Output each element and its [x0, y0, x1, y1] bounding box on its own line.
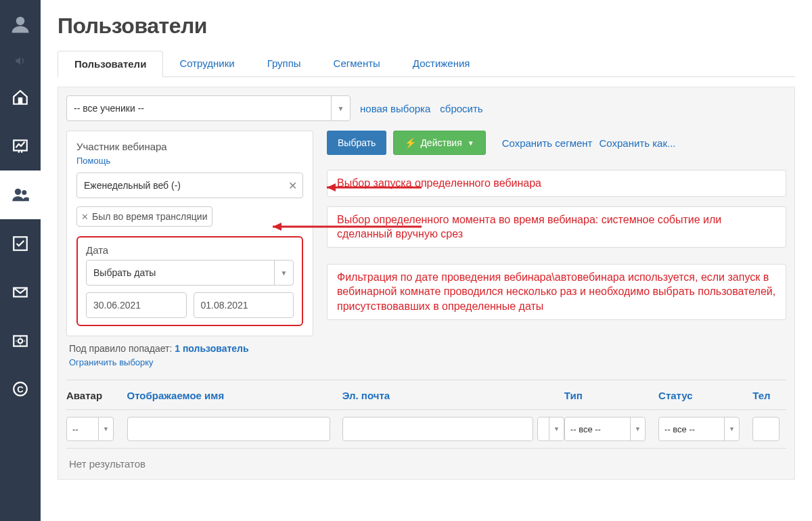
save-segment-link[interactable]: Сохранить сегмент — [502, 137, 593, 149]
moment-tag-label: Был во время трансляции — [92, 211, 208, 222]
tab-users[interactable]: Пользователи — [58, 51, 163, 77]
rule-count-link[interactable]: 1 пользователь — [175, 343, 248, 354]
annotation-1: Выбор запуска определенного вебинара — [327, 170, 786, 197]
user-icon — [10, 14, 30, 35]
webinar-select-value: Еженедельный веб (-) — [84, 180, 181, 191]
th-avatar: Аватар — [66, 390, 127, 401]
sidebar-item-profile[interactable] — [0, 0, 41, 49]
chevron-down-icon: ▼ — [274, 260, 293, 285]
volume-icon — [14, 55, 26, 67]
annotation-2: Выбор определенного момента во время веб… — [327, 206, 786, 248]
date-filter-box: Дата Выбрать даты ▼ 30.06.2021 01.08.202… — [76, 236, 303, 326]
new-selection-link[interactable]: новая выборка — [360, 103, 430, 114]
main-content: Пользователи Пользователи Сотрудники Гру… — [41, 0, 812, 521]
check-square-icon — [12, 235, 29, 252]
webinar-select[interactable]: Еженедельный веб (-) ✕ — [76, 173, 303, 198]
email-type-select[interactable]: ▼ — [537, 417, 564, 441]
sidebar-item-volume[interactable] — [0, 49, 41, 73]
actions-dropdown-button[interactable]: ⚡ Действия ▼ — [393, 131, 485, 155]
filter-title: Участник вебинара — [76, 141, 303, 152]
svg-point-0 — [16, 17, 25, 26]
sidebar-item-home[interactable] — [0, 73, 41, 122]
no-results-text: Нет результатов — [66, 449, 786, 479]
chevron-down-icon: ▼ — [98, 417, 113, 440]
tab-groups[interactable]: Группы — [251, 51, 317, 76]
page-title: Пользователи — [58, 14, 795, 39]
tel-filter-input[interactable] — [752, 417, 780, 441]
results-table: Аватар Отображаемое имя Эл. почта Тип Ст… — [66, 380, 786, 479]
date-label: Дата — [86, 244, 294, 256]
sidebar-item-mail[interactable] — [0, 268, 41, 317]
tab-achievements[interactable]: Достижения — [397, 51, 487, 76]
tab-segments[interactable]: Сегменты — [317, 51, 397, 76]
sidebar-item-settings[interactable] — [0, 317, 41, 365]
th-name[interactable]: Отображаемое имя — [127, 390, 342, 401]
svg-point-7 — [18, 339, 23, 344]
sidebar-item-chat[interactable]: C — [0, 365, 41, 414]
users-icon — [11, 185, 30, 204]
chevron-down-icon: ▼ — [630, 417, 645, 440]
avatar-filter-select[interactable]: -- ▼ — [66, 417, 114, 441]
reset-link[interactable]: сбросить — [440, 103, 482, 114]
moment-tag: ✕ Был во время трансляции — [81, 211, 208, 222]
chevron-down-icon: ▼ — [549, 417, 564, 440]
sidebar: C — [0, 0, 41, 521]
clear-webinar-icon[interactable]: ✕ — [288, 179, 297, 192]
remove-tag-icon[interactable]: ✕ — [81, 212, 89, 222]
chart-icon — [12, 137, 29, 155]
th-type[interactable]: Тип — [564, 390, 658, 401]
date-mode-select[interactable]: Выбрать даты ▼ — [86, 260, 294, 286]
tab-employees[interactable]: Сотрудники — [163, 51, 250, 76]
sidebar-item-chart[interactable] — [0, 122, 41, 171]
students-select-value: -- все ученики -- — [74, 103, 144, 114]
home-icon — [12, 89, 29, 106]
status-filter-select[interactable]: -- все -- ▼ — [658, 417, 740, 441]
webinar-filter-card: Участник вебинара Помощь Еженедельный ве… — [66, 131, 313, 336]
th-status[interactable]: Статус — [658, 390, 752, 401]
svg-point-3 — [22, 190, 26, 195]
type-filter-select[interactable]: -- все -- ▼ — [564, 417, 646, 441]
chevron-down-icon: ▼ — [724, 417, 739, 440]
svg-point-2 — [15, 189, 21, 195]
chevron-down-icon: ▼ — [331, 96, 350, 120]
date-mode-value: Выбрать даты — [93, 267, 156, 278]
students-select[interactable]: -- все ученики -- ▼ — [66, 95, 351, 121]
name-filter-input[interactable] — [127, 417, 330, 441]
sidebar-item-tasks[interactable] — [0, 219, 41, 268]
limit-selection-link[interactable]: Ограничить выборку — [69, 357, 154, 367]
chevron-down-icon: ▼ — [468, 139, 474, 147]
date-to-input[interactable]: 01.08.2021 — [194, 292, 294, 318]
annotation-3: Фильтрация по дате проведения вебинара\а… — [327, 264, 786, 320]
th-tel[interactable]: Тел — [752, 390, 786, 401]
svg-text:C: C — [17, 384, 24, 394]
date-from-input[interactable]: 30.06.2021 — [86, 292, 187, 318]
choose-button[interactable]: Выбрать — [327, 131, 386, 155]
action-row: Выбрать ⚡ Действия ▼ Сохранить сегмент С… — [327, 131, 786, 155]
moment-tag-input[interactable]: ✕ Был во время трансляции — [76, 206, 212, 227]
chat-c-icon: C — [12, 381, 29, 399]
gear-box-icon — [12, 332, 29, 350]
help-link[interactable]: Помощь — [76, 156, 110, 166]
save-as-link[interactable]: Сохранить как... — [599, 137, 675, 149]
svg-rect-6 — [14, 336, 27, 346]
email-filter-input[interactable] — [342, 417, 533, 441]
sidebar-item-users[interactable] — [0, 171, 41, 219]
tabs: Пользователи Сотрудники Группы Сегменты … — [58, 51, 795, 77]
th-email[interactable]: Эл. почта — [342, 390, 564, 401]
mail-icon — [12, 284, 29, 301]
rule-match-text: Под правило попадает: 1 пользователь — [69, 343, 313, 354]
filter-panel: -- все ученики -- ▼ новая выборка сброси… — [58, 87, 795, 480]
bolt-icon: ⚡ — [405, 137, 416, 148]
